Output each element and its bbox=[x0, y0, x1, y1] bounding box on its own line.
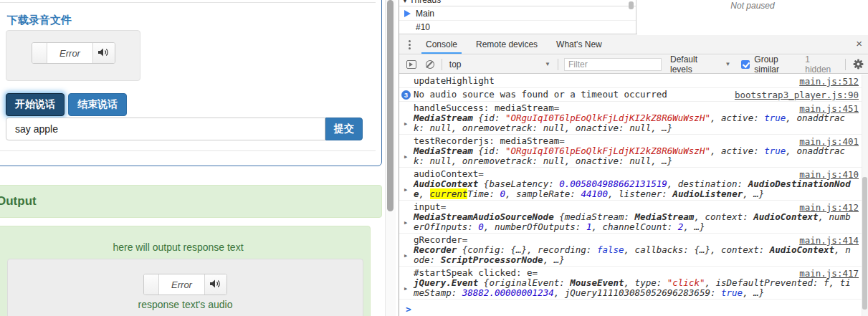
submit-button[interactable]: 提交 bbox=[325, 118, 363, 140]
current-thread-arrow-icon bbox=[404, 10, 411, 17]
console-filter-input[interactable] bbox=[564, 58, 662, 71]
thread-label: #10 bbox=[416, 22, 430, 32]
console-source-link[interactable]: main.js:414 bbox=[799, 235, 859, 246]
object-expander-icon[interactable]: ▶ bbox=[404, 120, 407, 130]
download-recording-link[interactable]: 下载录音文件 bbox=[7, 14, 72, 27]
console-source-link[interactable]: main.js:451 bbox=[799, 103, 859, 114]
audio-volume-button[interactable] bbox=[204, 274, 226, 295]
object-expander-icon[interactable]: ▶ bbox=[404, 252, 407, 262]
console-token: , bbox=[505, 188, 516, 199]
recording-player-wrapper: Error bbox=[6, 30, 140, 81]
console-token: : bbox=[576, 221, 586, 232]
object-expander-icon[interactable]: ▶ bbox=[404, 186, 407, 196]
console-messages: updateHighlightmain.js:5123No audio sour… bbox=[399, 75, 868, 316]
speech-text-input[interactable] bbox=[6, 118, 325, 140]
console-sidebar-toggle-icon[interactable] bbox=[406, 60, 416, 69]
console-token: , …} bbox=[651, 155, 672, 166]
console-source-link[interactable]: main.js:410 bbox=[799, 169, 859, 180]
group-similar-checkbox[interactable] bbox=[741, 60, 750, 69]
chevron-down-icon: ▼ bbox=[725, 61, 730, 67]
console-token: ScriptProcessorNode bbox=[441, 254, 543, 265]
console-token: , bbox=[565, 123, 576, 133]
console-token: : bbox=[619, 123, 629, 133]
sources-sidebar: ▾ Threads Main #10 Not paused bbox=[399, 0, 868, 34]
console-token: , bbox=[786, 112, 796, 123]
console-source-link[interactable]: bootstrap3_player.js:90 bbox=[735, 90, 859, 100]
console-token: : bbox=[452, 287, 462, 298]
console-token: true bbox=[764, 145, 786, 156]
start-speaking-button[interactable]: 开始说话 bbox=[6, 93, 65, 116]
console-token: null bbox=[543, 123, 565, 133]
console-token: current bbox=[430, 188, 468, 199]
toolbar-separator bbox=[558, 59, 558, 70]
console-token: , bbox=[710, 112, 721, 123]
console-source-link[interactable]: main.js:401 bbox=[799, 136, 859, 147]
console-token: : bbox=[430, 254, 441, 265]
audio-player: Error bbox=[32, 42, 115, 64]
console-message-text: audioContext= bbox=[414, 168, 862, 179]
audio-play-button[interactable] bbox=[32, 43, 47, 63]
divider bbox=[0, 150, 376, 151]
console-token: 0 bbox=[478, 221, 484, 232]
object-expander-icon[interactable]: ▶ bbox=[404, 219, 407, 229]
console-token: , bbox=[591, 221, 602, 232]
response-placeholder-text: here will output response text bbox=[0, 241, 370, 253]
page-scrollbar-thumb[interactable] bbox=[387, 0, 394, 211]
console-token: null bbox=[629, 155, 651, 166]
debugger-status-pane: Not paused bbox=[637, 0, 868, 34]
console-token: : bbox=[759, 244, 770, 255]
console-message-text: handleSuccess: mediaStream= bbox=[414, 102, 862, 113]
console-token: : bbox=[619, 155, 629, 166]
audio-player: Error bbox=[143, 274, 227, 295]
console-token: : bbox=[813, 277, 824, 288]
thread-item-main[interactable]: Main bbox=[399, 6, 636, 21]
console-source-link[interactable]: main.js:412 bbox=[799, 202, 859, 213]
console-token: , bbox=[819, 211, 829, 222]
console-token: Time bbox=[467, 188, 489, 199]
console-prompt[interactable]: > bbox=[399, 300, 868, 315]
gear-icon[interactable] bbox=[853, 59, 864, 70]
kebab-menu-icon[interactable] bbox=[409, 40, 411, 49]
speaker-icon bbox=[210, 278, 221, 291]
object-expander-icon[interactable]: ▶ bbox=[404, 153, 407, 163]
execution-context-selector[interactable]: top ▼ bbox=[449, 59, 550, 70]
console-row: input=▶MediaStreamAudioSourceNode {media… bbox=[399, 201, 868, 234]
console-token: , …} bbox=[683, 221, 705, 232]
log-levels-dropdown[interactable]: Default levels ▼ bbox=[670, 54, 730, 75]
console-source-link[interactable]: main.js:417 bbox=[799, 268, 859, 279]
tab-whats-new[interactable]: What's New bbox=[552, 35, 606, 54]
console-scrollbar-thumb[interactable] bbox=[862, 177, 867, 310]
console-token: : bbox=[467, 221, 478, 232]
console-token: null bbox=[430, 155, 452, 166]
tab-remote-devices[interactable]: Remote devices bbox=[472, 35, 542, 54]
console-row: testRecorderjs: mediaStream=▶MediaStream… bbox=[399, 135, 868, 168]
threads-scrollbar-thumb[interactable] bbox=[629, 1, 634, 9]
console-token: active bbox=[721, 112, 753, 123]
console-token: , …} bbox=[743, 287, 764, 298]
audio-volume-button[interactable] bbox=[92, 43, 115, 63]
toolbar-separator bbox=[845, 59, 846, 70]
console-row: #startSpeak clicked: e=▶jQuery.Event {or… bbox=[399, 267, 868, 300]
close-icon[interactable]: × bbox=[856, 37, 862, 49]
console-row: updateHighlightmain.js:512 bbox=[399, 75, 868, 88]
context-selector-value: top bbox=[449, 59, 462, 70]
pause-status-text: Not paused bbox=[730, 1, 774, 11]
thread-item-10[interactable]: #10 bbox=[399, 21, 636, 34]
console-token: , bbox=[834, 244, 845, 255]
console-token: callbacks bbox=[635, 244, 684, 255]
tab-console[interactable]: Console bbox=[421, 35, 462, 54]
devtools-window: ▾ Threads Main #10 Not paused Console Re… bbox=[399, 0, 868, 316]
object-expander-icon[interactable]: ▶ bbox=[404, 284, 407, 295]
stop-speaking-button[interactable]: 结束说话 bbox=[68, 93, 127, 116]
hidden-messages-count[interactable]: 1 hidden bbox=[805, 54, 838, 75]
clear-console-icon[interactable] bbox=[426, 60, 434, 69]
object-preview: ▶MediaStream {id: "ORguIqI0T6lpEoQlkFjLd… bbox=[414, 146, 851, 166]
response-audio-box: Error response text's audio bbox=[7, 259, 363, 316]
response-audio-caption: response text's audio bbox=[8, 299, 363, 310]
threads-pane: ▾ Threads Main #10 bbox=[399, 0, 636, 34]
console-source-link[interactable]: main.js:512 bbox=[799, 76, 859, 87]
console-row: audioContext=▶AudioContext {baseLatency:… bbox=[399, 168, 868, 201]
console-token: : bbox=[662, 188, 672, 199]
audio-play-button[interactable] bbox=[144, 274, 159, 295]
threads-section-header[interactable]: ▾ Threads bbox=[399, 0, 636, 6]
